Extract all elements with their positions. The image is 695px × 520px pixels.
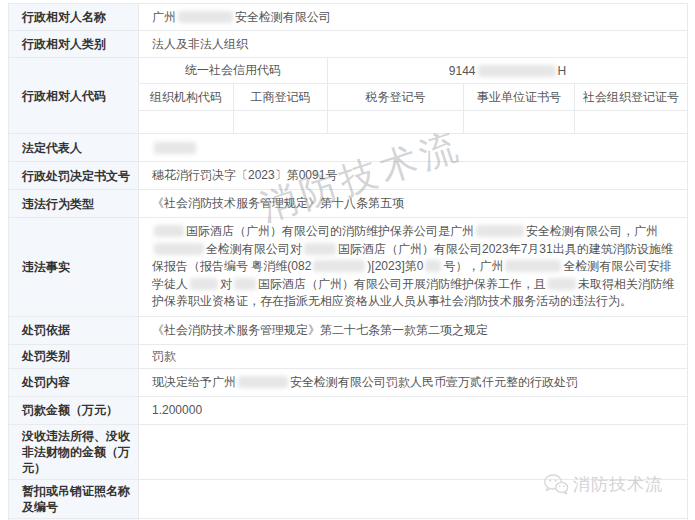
redaction [154,225,184,237]
facts-segment: 国际酒店（广州）有限公司的消防维护保养公司是广州 [186,224,474,238]
facts-segment: 安全检测有限公司，广州 [526,224,658,238]
row-label-subject-name: 行政相对人名称 [9,4,139,31]
row-label-confiscation-amount: 没收违法所得、没收非法财物的金额（万元） [9,424,139,479]
fine-amount-value: 1.200000 [139,396,688,424]
subject-name-value: 广州安全检测有限公司 [139,4,688,31]
row-label-violation-facts: 违法事实 [9,218,139,317]
facts-segment: 国际酒店（广州）有限公司开展消防维护保养工作，且 [258,277,546,291]
subject-name-prefix: 广州 [152,10,176,24]
facts-segment: 对 [220,277,232,291]
subject-type-value: 法人及非法人组织 [139,31,688,58]
uscc-value-suffix: H [558,64,567,78]
table-row: 行政相对人代码 统一社会信用代码 9144H [9,58,688,84]
penalty-content-value: 现决定给予广州安全检测有限公司罚款人民币壹万贰仟元整的行政处罚 [139,368,688,396]
table-row: 法定代表人 [9,134,688,162]
row-label-subject-type: 行政相对人类别 [9,31,139,58]
legal-rep-value [139,134,688,162]
row-label-penalty-content: 处罚内容 [9,368,139,396]
wechat-icon [543,473,569,496]
row-label-decision-doc-no: 行政处罚决定书文号 [9,162,139,190]
footer-brand: 消防技术流 [543,473,663,496]
table-row: 行政处罚决定书文号 穗花消行罚决字〔2023〕第0091号 [9,162,688,190]
code-value-tax [328,111,464,134]
redaction [190,278,218,290]
row-label-violation-type: 违法行为类型 [9,190,139,218]
violation-type-value: 《社会消防技术服务管理规定》第十八条第五项 [139,190,688,218]
redaction [238,376,288,388]
code-header-business: 工商登记码 [234,84,328,111]
redaction [505,260,561,272]
row-label-penalty-basis: 处罚依据 [9,316,139,344]
footer-brand-text: 消防技术流 [573,473,663,496]
row-label-fine-amount: 罚款金额（万元） [9,396,139,424]
row-label-license-suspension: 暂扣或吊销证照名称及编号 [9,479,139,518]
row-label-penalty-category: 处罚类别 [9,344,139,368]
code-value-social-org [575,111,688,134]
redaction [425,260,441,272]
table-row: 行政相对人名称 广州安全检测有限公司 [9,4,688,31]
table-row: 行政相对人类别 法人及非法人组织 [9,31,688,58]
code-value-org [139,111,234,134]
facts-segment: 号），广州 [443,259,503,273]
violation-facts-value: 国际酒店（广州）有限公司的消防维护保养公司是广州安全检测有限公司，广州全检测有限… [139,218,688,317]
code-value-business [234,111,328,134]
decision-doc-no-value: 穗花消行罚决字〔2023〕第0091号 [139,162,688,190]
subject-name-suffix: 安全检测有限公司 [235,10,331,24]
redaction [476,225,524,237]
row-label-subject-code: 行政相对人代码 [9,58,139,134]
table-row: 没收违法所得、没收非法财物的金额（万元） [9,424,688,479]
uscc-value: 9144H [328,58,688,84]
table-row: 处罚内容 现决定给予广州安全检测有限公司罚款人民币壹万贰仟元整的行政处罚 [9,368,688,396]
confiscation-amount-value [139,424,688,479]
table-row: 处罚类别 罚款 [9,344,688,368]
penalty-record-table: 行政相对人名称 广州安全检测有限公司 行政相对人类别 法人及非法人组织 行政相对… [8,3,688,520]
redaction [304,243,336,255]
penalty-category-value: 罚款 [139,344,688,368]
redaction [234,278,256,290]
table-row: 处罚依据 《社会消防技术服务管理规定》第二十七条第一款第二项之规定 [9,316,688,344]
redaction [178,11,233,23]
redaction [154,243,204,255]
penalty-content-prefix: 现决定给予广州 [152,375,236,389]
redaction [478,65,556,77]
facts-segment: 全检测有限公司对 [206,242,302,256]
uscc-value-prefix: 9144 [449,64,476,78]
table-row: 罚款金额（万元） 1.200000 [9,396,688,424]
redaction [313,260,365,272]
code-header-institution: 事业单位证书号 [464,84,575,111]
penalty-content-suffix: 安全检测有限公司罚款人民币壹万贰仟元整的行政处罚 [290,375,578,389]
code-value-institution [464,111,575,134]
code-header-tax: 税务登记号 [328,84,464,111]
code-header-org: 组织机构代码 [139,84,234,111]
uscc-header: 统一社会信用代码 [139,58,328,84]
table-row: 违法事实 国际酒店（广州）有限公司的消防维护保养公司是广州安全检测有限公司，广州… [9,218,688,317]
table-row: 违法行为类型 《社会消防技术服务管理规定》第十八条第五项 [9,190,688,218]
redaction [548,278,576,290]
row-label-legal-rep: 法定代表人 [9,134,139,162]
penalty-basis-value: 《社会消防技术服务管理规定》第二十七条第一款第二项之规定 [139,316,688,344]
code-header-social-org: 社会组织登记证号 [575,84,688,111]
facts-segment: )[2023]第0 [367,259,423,273]
redaction [154,142,196,154]
